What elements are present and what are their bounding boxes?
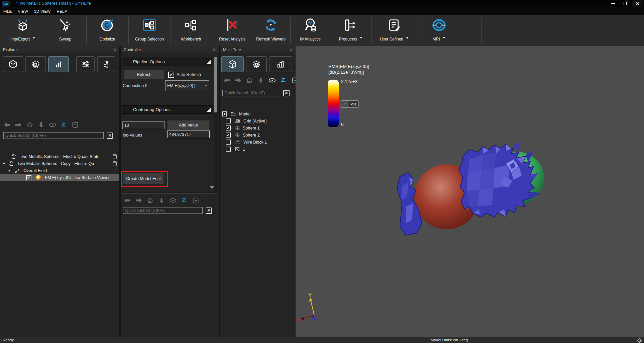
visibility-icon[interactable] <box>169 197 177 204</box>
status-message: Ready <box>3 338 14 342</box>
model-checkbox[interactable] <box>222 111 227 116</box>
goto-icon[interactable] <box>257 77 264 84</box>
multitree-row-1[interactable]: 1 <box>220 146 296 153</box>
home-icon[interactable] <box>246 77 253 84</box>
toolbar-reset-analysis[interactable]: Reset Analysis <box>213 16 251 45</box>
controller-close-icon[interactable]: ✕ <box>212 47 216 53</box>
goto-icon[interactable] <box>158 197 165 204</box>
controller-scrollbar-thumb[interactable] <box>214 57 217 112</box>
collapse-all-icon[interactable] <box>192 197 199 204</box>
sphere1-checkbox[interactable] <box>226 125 231 131</box>
explorer-search-input[interactable] <box>3 132 104 139</box>
producers-icon <box>331 16 370 34</box>
forward-icon[interactable] <box>135 197 142 204</box>
title-bar: S4L *Two Metallic Spheres.smash - Sim4Li… <box>0 0 644 7</box>
close-button[interactable]: ✕ <box>632 0 643 7</box>
multitree-search: ✕ <box>222 90 290 96</box>
explorer-tab-hierarchy[interactable] <box>97 56 115 72</box>
toolbar-imanalytics[interactable]: IMAnalytics <box>292 16 329 45</box>
multitree-search-input[interactable] <box>222 90 280 96</box>
visibility-icon[interactable] <box>49 121 56 128</box>
menu-3d-view[interactable]: 3D VIEW <box>34 9 50 13</box>
auto-refresh-checkbox[interactable] <box>168 72 174 78</box>
bar-chart-icon <box>54 60 63 69</box>
explorer-tree-row-overall-field[interactable]: Overall Field <box>0 167 119 174</box>
collapse-all-icon[interactable] <box>72 121 79 128</box>
menu-help[interactable]: HELP <box>57 9 67 13</box>
pipeline-options-header[interactable]: Pipeline Options <box>122 58 213 66</box>
menu-view[interactable]: VIEW <box>18 9 28 13</box>
connection-dropdown[interactable]: EM E(x,y,z,f0) [ <box>165 80 209 91</box>
toolbar-sweep[interactable]: Sweep <box>47 16 84 45</box>
minimize-button[interactable] <box>607 0 619 7</box>
toolbar-user-defined[interactable]: User Defined <box>372 16 416 45</box>
multitree-tab-simulation[interactable] <box>246 56 267 72</box>
multitree-row-wire-block[interactable]: Wire Block 1 <box>220 139 296 146</box>
window-title: *Two Metallic Spheres.smash - Sim4Life <box>16 1 91 6</box>
toolbar-refresh-viewers[interactable]: Refresh Viewers <box>252 16 290 45</box>
multitree-row-sphere2[interactable]: Sphere 2 <box>220 132 296 139</box>
controller-scrollbar[interactable] <box>214 56 218 193</box>
simulation-icon <box>8 161 14 167</box>
num-values-input[interactable]: 10 <box>122 121 165 129</box>
box-x-icon <box>235 147 240 152</box>
explorer-tab-model[interactable] <box>3 56 23 72</box>
resize-grip-icon[interactable] <box>637 338 642 343</box>
zoom-to-icon[interactable] <box>280 77 287 84</box>
refresh-button[interactable]: Refresh <box>124 70 165 79</box>
home-icon[interactable] <box>26 121 33 128</box>
multitree-panel: Multi-Tree ✕ ✕ Model Grid (Active) <box>220 46 296 337</box>
iso-surface-viewer-icon <box>36 175 41 180</box>
controller-search-clear-icon[interactable]: ✕ <box>206 207 212 214</box>
multitree-row-model[interactable]: Model <box>220 110 296 117</box>
sphere2-checkbox[interactable] <box>226 133 231 138</box>
multitree-tab-model[interactable] <box>221 56 244 72</box>
menu-file[interactable]: FILE <box>3 9 12 13</box>
toolbar-workbench[interactable]: Workbench <box>171 16 211 45</box>
goto-icon[interactable] <box>37 121 45 128</box>
connection-dropdown-arrow <box>205 85 207 88</box>
toolbar-group-selection[interactable]: Group Selection <box>130 16 169 45</box>
toolbar-imp-export[interactable]: Imp/Export <box>3 16 43 45</box>
home-icon[interactable] <box>146 197 154 204</box>
viewport-3d[interactable]: RMS{EM E(x,y,z,f0)} [dB(2.12e+3V/m)] 2.1… <box>296 46 644 337</box>
multitree-tab-analysis[interactable] <box>269 56 292 72</box>
back-icon[interactable] <box>124 197 131 204</box>
toolbar-producers[interactable]: Producers <box>331 16 370 45</box>
viewer-checkbox[interactable] <box>26 175 31 180</box>
multitree-row-grid[interactable]: Grid (Active) <box>220 117 296 124</box>
explorer-tab-analysis[interactable] <box>48 56 69 72</box>
user-defined-dropdown-arrow <box>406 37 409 40</box>
explorer-tree-row-sim1[interactable]: Two Metallic Spheres - Electro Quasi-Sta… <box>0 153 119 160</box>
restore-button[interactable] <box>619 0 631 7</box>
grid-checkbox[interactable] <box>226 118 231 123</box>
explorer-tree-row-sim2[interactable]: Two Metallic Spheres - Copy - Electro Qu <box>0 160 119 167</box>
add-value-button[interactable]: Add Value <box>167 120 210 130</box>
item1-checkbox[interactable] <box>226 147 231 152</box>
toolbar-mri[interactable]: MRI <box>418 16 460 45</box>
wire-block-checkbox[interactable] <box>226 140 231 145</box>
iso-value-input[interactable]: 484.873717 <box>167 131 210 138</box>
explorer-tree-row-iso-surface-viewer[interactable]: EM E(x,y,z,f0) - Iso-Surface Viewer <box>0 174 119 181</box>
expand-caret-icon[interactable] <box>3 163 5 166</box>
zoom-to-icon[interactable] <box>181 197 188 204</box>
forward-icon[interactable] <box>234 77 242 84</box>
multitree-close-icon[interactable]: ✕ <box>289 47 293 53</box>
explorer-tab-simulation[interactable] <box>25 56 46 72</box>
controller-search-input[interactable] <box>123 207 203 214</box>
visibility-icon[interactable] <box>269 77 276 84</box>
back-icon[interactable] <box>223 77 230 84</box>
contouring-options-header[interactable]: Contouring Options <box>122 105 213 114</box>
multitree-search-clear-icon[interactable]: ✕ <box>283 90 290 96</box>
explorer-tab-properties[interactable] <box>76 56 95 72</box>
user-defined-icon <box>372 16 416 34</box>
zoom-to-icon[interactable] <box>60 121 68 128</box>
forward-icon[interactable] <box>15 121 22 128</box>
explorer-search-clear-icon[interactable]: ✕ <box>107 133 113 139</box>
back-icon[interactable] <box>3 121 11 128</box>
explorer-close-icon[interactable]: ✕ <box>113 47 117 53</box>
multitree-row-sphere1[interactable]: Sphere 1 <box>220 124 296 132</box>
controller-nav-row <box>124 197 199 204</box>
toolbar-optimize[interactable]: Optimize <box>88 16 127 45</box>
expand-caret-icon[interactable] <box>8 170 11 173</box>
